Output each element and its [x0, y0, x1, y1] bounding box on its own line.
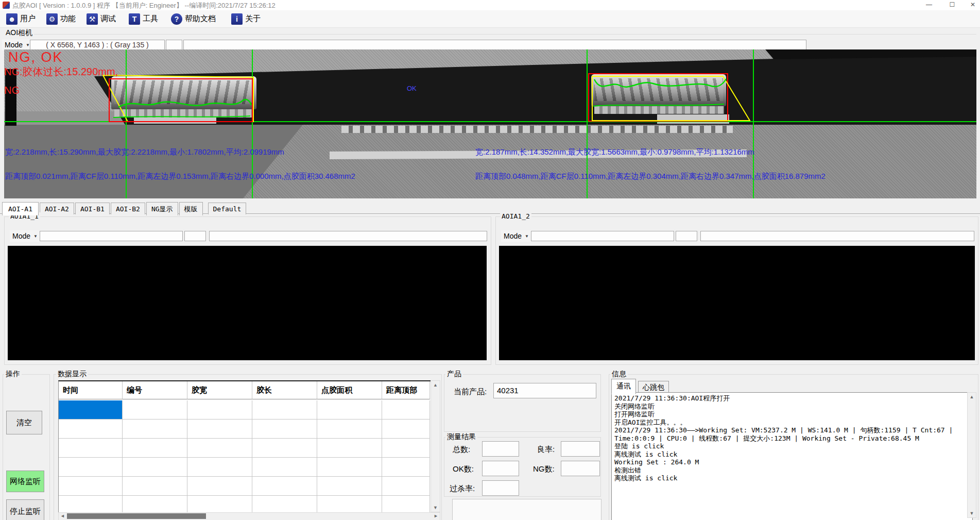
tab-comm[interactable]: 通讯 [611, 379, 636, 394]
toolbar-button-help[interactable]: ? 帮助文档 [169, 12, 218, 26]
table-cell[interactable] [59, 496, 123, 513]
table-cell-selected[interactable] [59, 400, 123, 420]
table-cell[interactable] [382, 400, 430, 420]
aoia1-1-image-viewport[interactable] [8, 246, 487, 360]
table-cell[interactable] [317, 477, 382, 496]
ng-count-field[interactable] [561, 461, 600, 476]
table-cell[interactable] [59, 439, 123, 458]
table-cell[interactable] [187, 496, 252, 513]
column-header-dist-top[interactable]: 距离顶部 [382, 381, 430, 399]
table-hscrollbar[interactable]: ◄ ► [58, 512, 440, 520]
log-line: 2021/7/29 11:36:30——>Working Set: VM:523… [614, 426, 970, 434]
table-cell[interactable] [382, 420, 430, 439]
table-cell[interactable] [317, 458, 382, 477]
clear-button[interactable]: 清空 [6, 411, 42, 434]
table-cell[interactable] [187, 420, 252, 439]
current-product-input[interactable]: 40231 [493, 383, 596, 398]
tab-aoi-a1[interactable]: AOI-A1 [2, 202, 39, 215]
info-icon: i [231, 13, 243, 25]
toolbar-button-debug[interactable]: ⚒ 调试 [84, 12, 118, 26]
toolbar-button-tools[interactable]: T 工具 [127, 12, 160, 26]
tab-default[interactable]: Default [208, 203, 247, 214]
table-cell[interactable] [123, 496, 187, 513]
total-count-field[interactable] [482, 441, 519, 457]
table-cell[interactable] [187, 477, 252, 496]
table-cell[interactable] [59, 420, 123, 439]
hscroll-thumb[interactable] [67, 513, 206, 519]
aoia1-1-field-1[interactable] [40, 231, 183, 241]
aoia1-2-field-2[interactable] [676, 231, 697, 241]
column-header-id[interactable]: 编号 [123, 381, 187, 399]
toolbar-button-user[interactable]: ☻ 用户 [4, 12, 38, 26]
table-vscrollbar[interactable]: ▲ ▼ [431, 380, 440, 512]
tab-template[interactable]: 模版 [179, 202, 203, 215]
aoia1-2-field-1[interactable] [531, 231, 674, 241]
scroll-down-icon[interactable]: ▼ [968, 509, 976, 517]
yield-rate-field[interactable] [561, 441, 600, 457]
table-cell[interactable] [123, 477, 187, 496]
pixel-coordinate-readout[interactable]: ( X 6568, Y 1463 ) : ( Gray 135 ) [30, 40, 165, 50]
log-vscrollbar[interactable]: ▲ ▼ [967, 392, 976, 518]
table-cell[interactable] [123, 420, 187, 439]
minimize-button[interactable]: — [922, 0, 936, 10]
table-cell[interactable] [252, 477, 317, 496]
table-cell[interactable] [382, 439, 430, 458]
table-cell[interactable] [187, 439, 252, 458]
tab-aoi-b2[interactable]: AOI-B2 [111, 203, 145, 214]
aoia1-2-image-viewport[interactable] [499, 246, 975, 360]
table-cell[interactable] [317, 400, 382, 420]
aoia1-1-mode-dropdown[interactable]: Mode ▼ [10, 230, 40, 242]
table-cell[interactable] [252, 400, 317, 420]
aoia1-2-field-3[interactable] [700, 231, 974, 241]
table-cell[interactable] [382, 496, 430, 513]
table-cell[interactable] [252, 439, 317, 458]
scroll-down-icon[interactable]: ▼ [431, 504, 440, 512]
aoia1-1-field-3[interactable] [209, 231, 487, 241]
aoia1-1-field-2[interactable] [184, 231, 206, 241]
right-roi-yellow [592, 76, 750, 121]
column-header-glue-width[interactable]: 胶宽 [187, 381, 252, 399]
table-cell[interactable] [252, 458, 317, 477]
table-cell[interactable] [123, 400, 187, 420]
comm-log[interactable]: 2021/7/29 11:36:30:AOI程序打开 关闭网络监听 打开网络监听… [611, 392, 973, 520]
table-cell[interactable] [187, 458, 252, 477]
tab-aoi-a2[interactable]: AOI-A2 [40, 203, 74, 214]
scroll-right-icon[interactable]: ► [432, 513, 440, 520]
stop-listen-button[interactable]: 停止监听 [6, 499, 44, 520]
table-cell[interactable] [317, 420, 382, 439]
maximize-button[interactable]: ☐ [945, 0, 959, 10]
column-header-glue-length[interactable]: 胶长 [252, 381, 317, 399]
column-header-time[interactable]: 时间 [59, 381, 123, 399]
table-cell[interactable] [59, 458, 123, 477]
operation-group: 操作 清空 网络监听 停止监听 [3, 374, 50, 520]
ok-count-field[interactable] [482, 461, 519, 476]
inspection-status-text: NG, OK [8, 49, 63, 65]
table-cell[interactable] [123, 458, 187, 477]
camera-mode-dropdown[interactable]: Mode ▼ [2, 39, 32, 51]
table-cell[interactable] [252, 496, 317, 513]
table-cell[interactable] [187, 400, 252, 420]
camera-mode-field-wide[interactable] [183, 40, 806, 50]
table-cell[interactable] [59, 477, 123, 496]
camera-image-viewport[interactable]: NG, OK NG:胶体过长:15.290mm, NG OK 宽:2.218mm… [4, 49, 976, 198]
table-cell[interactable] [317, 496, 382, 513]
right-roi-red [589, 74, 728, 121]
aoia1-2-mode-dropdown[interactable]: Mode ▼ [501, 230, 531, 242]
camera-mode-field-small[interactable] [166, 40, 182, 50]
toolbar-button-function[interactable]: ⚙ 功能 [44, 12, 78, 26]
table-cell[interactable] [317, 439, 382, 458]
tab-ng-display[interactable]: NG显示 [146, 202, 178, 215]
scroll-left-icon[interactable]: ◄ [59, 513, 66, 520]
table-cell[interactable] [252, 420, 317, 439]
overkill-rate-field[interactable] [482, 480, 519, 496]
column-header-glue-area[interactable]: 点胶面积 [317, 381, 382, 399]
table-cell[interactable] [382, 477, 430, 496]
tab-aoi-b1[interactable]: AOI-B1 [75, 203, 110, 214]
scroll-up-icon[interactable]: ▲ [431, 381, 440, 389]
close-button[interactable]: ✕ [966, 0, 980, 10]
table-cell[interactable] [123, 439, 187, 458]
network-listen-button[interactable]: 网络监听 [6, 471, 44, 492]
scroll-up-icon[interactable]: ▲ [968, 393, 976, 401]
toolbar-button-about[interactable]: i 关于 [229, 12, 263, 26]
table-cell[interactable] [382, 458, 430, 477]
